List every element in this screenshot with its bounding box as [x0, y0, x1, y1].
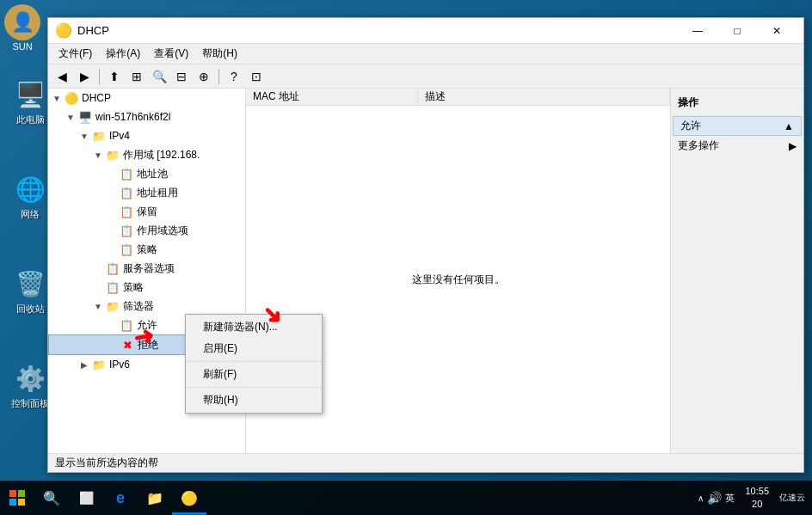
svg-rect-2	[9, 499, 16, 506]
forward-button[interactable]: ▶	[74, 67, 95, 86]
ipv4-label: IPv4	[109, 130, 130, 142]
context-enable[interactable]: 启用(E)	[186, 338, 322, 359]
expand-server: ▼	[64, 113, 77, 122]
menu-help[interactable]: 帮助(H)	[195, 45, 244, 63]
remove-button[interactable]: ⊟	[171, 67, 192, 86]
right-panel-allow[interactable]: 允许 ▲	[673, 116, 802, 136]
clock-time: 10:55	[745, 485, 769, 498]
tree-item-scope-options[interactable]: ▶ 📋 作用域选项	[48, 221, 245, 240]
filter-label: 筛选器	[123, 299, 154, 314]
policy2-icon: 📋	[105, 279, 120, 295]
addr-lease-label: 地址租用	[137, 186, 178, 200]
menu-action[interactable]: 操作(A)	[99, 45, 147, 63]
more-actions-arrow: ▶	[789, 140, 797, 152]
policy-label: 策略	[137, 242, 157, 257]
tree-item-dhcp[interactable]: ▼ 🟡 DHCP	[48, 89, 245, 107]
taskbar-clock[interactable]: 10:55 20	[738, 483, 776, 513]
computer-icon: 🖥️	[13, 77, 47, 112]
tray-speaker[interactable]: 🔊	[707, 491, 722, 505]
filter-folder-icon: 📁	[105, 298, 120, 314]
ie-icon: e	[116, 489, 125, 507]
menu-file[interactable]: 文件(F)	[52, 45, 99, 63]
tray-up-arrow[interactable]: ∧	[698, 494, 704, 503]
add-button[interactable]: ⊕	[194, 67, 214, 86]
desktop: 👤 SUN 🖥️ 此电脑 🌐 网络 🗑️ 回收站 ⚙️ 控制面板 🟡 DHCP …	[0, 0, 812, 515]
dhcp-taskbar-icon: 🟡	[181, 490, 198, 506]
windows-icon	[9, 489, 26, 506]
start-button[interactable]	[0, 481, 34, 515]
grid-button[interactable]: ⊞	[126, 67, 147, 86]
recycle-icon: 🗑️	[13, 267, 47, 301]
scope-icon: 📁	[105, 147, 120, 162]
right-panel-title: 操作	[671, 92, 803, 115]
tree-item-addr-pool[interactable]: ▶ 📋 地址池	[48, 164, 245, 183]
ie-button[interactable]: e	[103, 481, 138, 515]
ipv4-icon: 📁	[91, 128, 107, 144]
avatar: 👤	[4, 4, 40, 40]
properties-button[interactable]: ⊡	[246, 67, 267, 86]
explorer-icon: 📁	[146, 490, 163, 506]
context-refresh[interactable]: 刷新(F)	[186, 364, 322, 385]
scope-options-icon: 📋	[119, 223, 134, 238]
titlebar: 🟡 DHCP — □ ✕	[48, 18, 803, 44]
tree-item-scope[interactable]: ▼ 📁 作用域 [192.168.	[48, 145, 245, 164]
deny-icon: ✖	[120, 337, 135, 353]
addr-lease-icon: 📋	[119, 185, 134, 200]
context-new-filter[interactable]: 新建筛选器(N)...	[186, 316, 322, 338]
clock-date: 20	[745, 498, 769, 511]
dhcp-root-icon: 🟡	[64, 90, 79, 106]
policy2-label: 策略	[123, 280, 144, 295]
tree-item-server-options[interactable]: ▶ 📋 服务器选项	[48, 259, 245, 278]
context-help[interactable]: 帮助(H)	[186, 389, 322, 411]
expand-ipv4: ▼	[77, 132, 91, 141]
tree-item-reserve[interactable]: ▶ 📋 保留	[48, 202, 245, 221]
dhcp-taskbar-button[interactable]: 🟡	[172, 481, 206, 515]
maximize-button[interactable]: □	[717, 18, 757, 44]
toolbar-sep1	[99, 69, 100, 84]
toolbar-sep2	[218, 69, 219, 84]
allow-action-arrow: ▲	[784, 120, 794, 132]
up-button[interactable]: ⬆	[104, 67, 125, 86]
back-button[interactable]: ◀	[52, 67, 72, 86]
scope-label: 作用域 [192.168.	[123, 148, 200, 162]
expand-filter: ▼	[91, 302, 105, 311]
menu-bar: 文件(F) 操作(A) 查看(V) 帮助(H)	[48, 44, 803, 64]
dhcp-window: 🟡 DHCP — □ ✕ 文件(F) 操作(A) 查看(V) 帮助(H) ◀ ▶…	[47, 17, 804, 473]
help-button[interactable]: ?	[224, 67, 244, 86]
network-icon: 🌐	[13, 172, 47, 206]
tree-item-ipv4[interactable]: ▼ 📁 IPv4	[48, 126, 245, 145]
taskbar: 🔍 ⬜ e 📁 🟡 ∧ 🔊 英 10:55 20 亿速云	[0, 481, 812, 515]
minimize-button[interactable]: —	[678, 18, 717, 44]
taskview-icon: ⬜	[79, 491, 94, 505]
menu-view[interactable]: 查看(V)	[147, 45, 195, 63]
search-button[interactable]: 🔍	[34, 481, 69, 515]
addr-pool-icon: 📋	[119, 166, 134, 181]
status-text: 显示当前所选内容的帮	[55, 456, 158, 470]
status-bar: 显示当前所选内容的帮	[48, 453, 803, 472]
tree-item-addr-lease[interactable]: ▶ 📋 地址租用	[48, 183, 245, 202]
window-controls: — □ ✕	[678, 18, 797, 44]
close-button[interactable]: ✕	[757, 18, 797, 44]
explorer-button[interactable]: 📁	[138, 481, 172, 515]
control-label: 控制面板	[11, 397, 49, 410]
tree-item-policy[interactable]: ▶ 📋 策略	[48, 240, 245, 259]
server-options-label: 服务器选项	[123, 261, 175, 276]
tree-item-filter[interactable]: ▼ 📁 筛选器	[48, 297, 245, 316]
taskbar-tray: ∧ 🔊 英 10:55 20 亿速云	[698, 483, 812, 513]
task-view-button[interactable]: ⬜	[69, 481, 103, 515]
title-icon: 🟡	[55, 22, 72, 39]
more-actions-label: 更多操作	[678, 138, 719, 153]
tree-item-server[interactable]: ▼ 🖥️ win-517h6nk6f2l	[48, 107, 245, 126]
scope-options-label: 作用域选项	[137, 224, 188, 238]
allow-action-label: 允许	[680, 119, 701, 133]
user-label: SUN	[4, 41, 40, 52]
recycle-label: 回收站	[16, 303, 45, 316]
tree-item-policy2[interactable]: ▶ 📋 策略	[48, 278, 245, 297]
tray-lang[interactable]: 英	[725, 492, 735, 505]
column-header: MAC 地址 描述	[246, 89, 670, 106]
right-panel-more[interactable]: 更多操作 ▶	[671, 137, 803, 155]
col-desc: 描述	[418, 89, 670, 104]
filter-icon[interactable]: 🔍	[149, 67, 169, 86]
expand-scope: ▼	[91, 150, 105, 160]
context-menu: 新建筛选器(N)... 启用(E) 刷新(F) 帮助(H)	[185, 314, 323, 414]
